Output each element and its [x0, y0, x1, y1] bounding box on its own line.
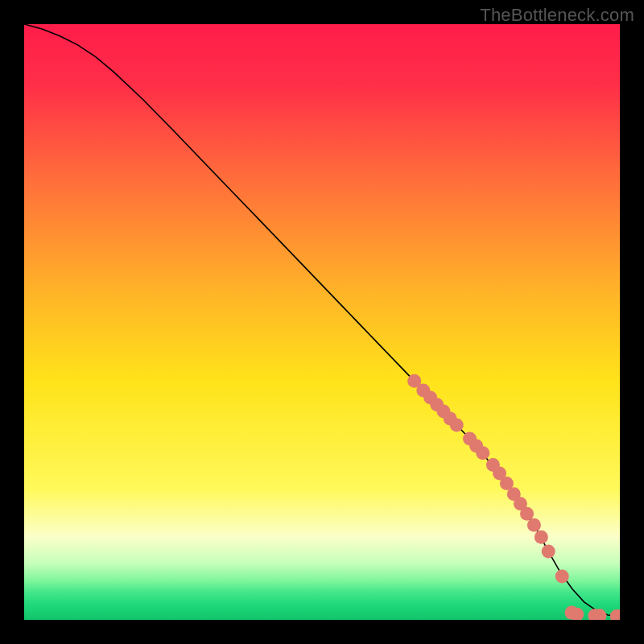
data-marker [450, 419, 464, 432]
data-marker [555, 569, 569, 583]
chart-frame: TheBottleneck.com [0, 0, 644, 644]
watermark-text: TheBottleneck.com [480, 5, 634, 26]
data-marker [535, 530, 548, 544]
data-marker [542, 544, 555, 558]
data-marker [520, 507, 534, 521]
data-marker [476, 446, 489, 460]
data-marker [527, 518, 541, 532]
chart-plot [24, 24, 620, 620]
